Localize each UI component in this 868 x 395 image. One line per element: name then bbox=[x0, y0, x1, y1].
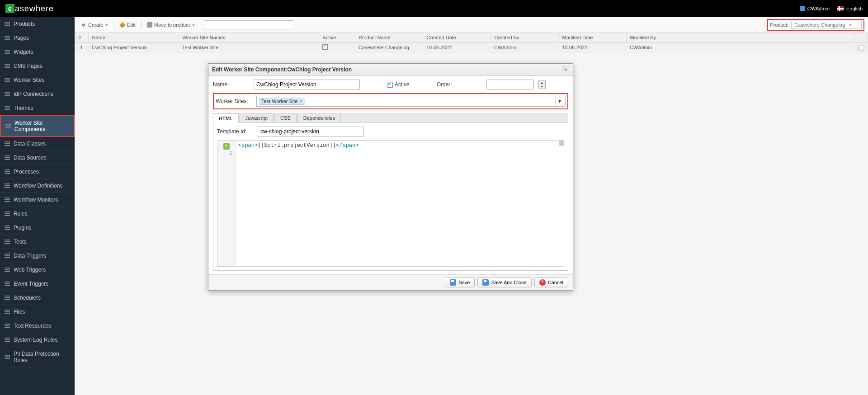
sidebar-item-tests[interactable]: Tests bbox=[0, 235, 75, 249]
chevron-down-icon: ▼ bbox=[192, 23, 195, 27]
sidebar-item-label: Widgets bbox=[14, 49, 33, 55]
sidebar-item-pages[interactable]: Pages bbox=[0, 31, 75, 45]
sidebar-item-label: Themes bbox=[14, 105, 33, 111]
sidebar-item-plugins[interactable]: Plugins bbox=[0, 221, 75, 235]
sidebar-item-files[interactable]: Files bbox=[0, 305, 75, 319]
sidebar-item-label: Products bbox=[14, 21, 35, 27]
chevron-down-icon[interactable]: ▾ bbox=[555, 97, 563, 105]
sidebar-item-label: Worker Site Components bbox=[14, 120, 69, 132]
save-button[interactable]: Save bbox=[445, 277, 475, 287]
grid-icon bbox=[5, 268, 10, 272]
create-button[interactable]: Create ▼ bbox=[78, 21, 111, 29]
sidebar-item-widgets[interactable]: Widgets bbox=[0, 45, 75, 59]
sidebar-item-text-resources[interactable]: Text Resources bbox=[0, 319, 75, 333]
move-icon bbox=[147, 22, 152, 28]
label-name: Name: bbox=[213, 81, 249, 88]
tab-dependencies[interactable]: Dependencies bbox=[297, 113, 341, 122]
sidebar-item-rules[interactable]: Rules bbox=[0, 207, 75, 221]
col-name[interactable]: Name bbox=[88, 33, 179, 42]
grid-icon bbox=[5, 310, 10, 314]
spinner-up-icon[interactable]: ▲ bbox=[539, 80, 545, 85]
sidebar-item-worker-site-components[interactable]: Worker Site Components bbox=[0, 115, 75, 137]
language-menu[interactable]: English bbox=[837, 6, 863, 11]
col-modified-date[interactable]: Modified Date bbox=[558, 33, 626, 42]
logo[interactable]: c asewhere bbox=[5, 4, 54, 14]
flag-icon bbox=[837, 6, 844, 11]
col-product[interactable]: Product Name bbox=[355, 33, 423, 42]
search-input[interactable] bbox=[204, 20, 294, 29]
dialog-body: Name: Active Order: ▲ ▼ bbox=[208, 76, 573, 274]
sidebar-item-web-triggers[interactable]: Web Triggers bbox=[0, 263, 75, 277]
tab-javascript[interactable]: Javascript bbox=[240, 113, 274, 122]
create-label: Create bbox=[88, 22, 103, 28]
grid-icon bbox=[5, 240, 10, 244]
table-row[interactable]: 1 CwChlog Project Version Test Worker Si… bbox=[75, 42, 868, 53]
dialog-title-bar[interactable]: Edit Worker Site Component: CwChlog Proj… bbox=[208, 64, 573, 76]
col-created-date[interactable]: Created Date bbox=[423, 33, 491, 42]
grid-icon bbox=[5, 50, 10, 54]
col-modified-by[interactable]: Modified By bbox=[626, 33, 854, 42]
sidebar-item-products[interactable]: Products bbox=[0, 17, 75, 31]
form-row-worker-sites: Worker Sites: Test Worker Site × ▾ bbox=[213, 93, 568, 109]
dialog-title-name: CwChlog Project Version bbox=[287, 66, 352, 73]
product-select[interactable]: Casewhere Changelog ▼ bbox=[791, 21, 862, 29]
edit-dialog: Edit Worker Site Component: CwChlog Proj… bbox=[208, 63, 573, 291]
table-container: # Name Worker Site Names Active Product … bbox=[75, 33, 868, 53]
cell-modified-by: CWAdmin bbox=[626, 42, 854, 53]
code-hint-icon[interactable]: ✶ bbox=[223, 143, 230, 150]
cancel-button[interactable]: Cancel bbox=[534, 277, 568, 287]
add-icon bbox=[81, 22, 86, 28]
sidebar-item-data-classes[interactable]: Data Classes bbox=[0, 137, 75, 151]
delete-icon[interactable] bbox=[858, 45, 864, 51]
label-active: Active bbox=[395, 81, 410, 88]
code-close-tag: </span> bbox=[336, 142, 359, 149]
move-to-product-button[interactable]: Move to product ▼ bbox=[144, 21, 198, 29]
grid-icon bbox=[5, 36, 10, 40]
code-editor[interactable]: ✶ 1 <span>{{$ctrl.projectVersion}}</span… bbox=[217, 140, 564, 267]
worker-sites-select[interactable]: Test Worker Site × ▾ bbox=[256, 96, 566, 107]
user-menu[interactable]: CWAdmin bbox=[800, 6, 830, 11]
sidebar-item-workflow-monitors[interactable]: Workflow Monitors bbox=[0, 193, 75, 207]
tab-css[interactable]: CSS bbox=[274, 113, 297, 122]
grid-icon bbox=[5, 155, 10, 160]
sidebar-item-data-triggers[interactable]: Data Triggers bbox=[0, 249, 75, 263]
close-button[interactable]: ✕ bbox=[562, 66, 569, 73]
grid-icon bbox=[5, 22, 10, 26]
remove-tag-icon[interactable]: × bbox=[300, 99, 302, 104]
sidebar-item-themes[interactable]: Themes bbox=[0, 101, 75, 115]
col-wsn[interactable]: Worker Site Names bbox=[179, 33, 319, 42]
sidebar-item-system-log-rules[interactable]: System Log Rules bbox=[0, 333, 75, 347]
sidebar-item-workflow-definitions[interactable]: Workflow Definitions bbox=[0, 179, 75, 193]
active-checkbox-wrap[interactable]: Active bbox=[387, 81, 410, 88]
template-id-input[interactable] bbox=[258, 127, 364, 136]
name-input[interactable] bbox=[254, 80, 360, 89]
sidebar-item-pii-rules[interactable]: PII Data Protection Rules bbox=[0, 347, 75, 367]
col-idx[interactable]: # bbox=[75, 33, 88, 42]
sidebar-item-idp-connections[interactable]: IdP Connections bbox=[0, 87, 75, 101]
sidebar-item-event-triggers[interactable]: Event Triggers bbox=[0, 277, 75, 291]
sidebar-item-schedulers[interactable]: Schedulers bbox=[0, 291, 75, 305]
sidebar-item-data-sources[interactable]: Data Sources bbox=[0, 151, 75, 165]
grid-icon bbox=[5, 355, 10, 359]
grid-icon bbox=[5, 324, 10, 328]
tab-html[interactable]: HTML bbox=[213, 113, 239, 123]
tab-content: Template Id: ✶ 1 <span>{{$ctrl.projectVe… bbox=[213, 123, 568, 271]
code-body[interactable]: <span>{{$ctrl.projectVersion}}</span> bbox=[236, 141, 564, 266]
order-input[interactable] bbox=[486, 80, 534, 89]
cell-created-by: CWAdmin bbox=[491, 42, 558, 53]
save-icon bbox=[482, 279, 489, 286]
cell-active bbox=[319, 42, 355, 53]
col-active[interactable]: Active bbox=[319, 33, 355, 42]
separator bbox=[114, 21, 114, 29]
sidebar-item-processes[interactable]: Processes bbox=[0, 165, 75, 179]
spinner-down-icon[interactable]: ▼ bbox=[539, 85, 545, 89]
save-and-close-button[interactable]: Save And Close bbox=[477, 277, 531, 287]
sidebar-item-label: Tests bbox=[14, 239, 26, 245]
col-created-by[interactable]: Created By bbox=[491, 33, 558, 42]
code-gutter: ✶ 1 bbox=[217, 141, 236, 266]
sidebar-item-cms-pages[interactable]: CMS Pages bbox=[0, 59, 75, 73]
scrollbar-thumb[interactable] bbox=[559, 141, 564, 146]
order-spinner[interactable]: ▲ ▼ bbox=[538, 80, 546, 89]
sidebar-item-worker-sites[interactable]: Worker Sites bbox=[0, 73, 75, 87]
edit-button[interactable]: Edit bbox=[117, 21, 138, 29]
